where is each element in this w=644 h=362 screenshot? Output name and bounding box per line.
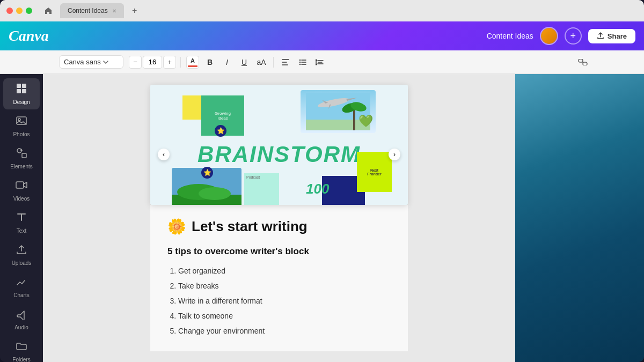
text-icon bbox=[16, 211, 27, 226]
svg-rect-5 bbox=[17, 89, 21, 93]
lime-box-label: NextFrontier bbox=[367, 168, 381, 176]
add-collaborator-button[interactable]: + bbox=[565, 27, 582, 45]
badge-star-1: ⭐ bbox=[215, 125, 226, 137]
sidebar-videos-label: Videos bbox=[13, 196, 30, 202]
tab-label: Content Ideas bbox=[68, 7, 108, 14]
sidebar-item-design[interactable]: Design bbox=[3, 78, 40, 109]
sidebar: Design Photos bbox=[0, 74, 43, 362]
sidebar-folders-label: Folders bbox=[12, 357, 30, 362]
share-icon bbox=[597, 32, 604, 40]
align-button[interactable] bbox=[278, 55, 293, 70]
uploads-icon bbox=[16, 243, 27, 258]
design-canvas[interactable]: GrowingIdeas bbox=[150, 85, 408, 205]
sidebar-text-label: Text bbox=[17, 228, 26, 234]
link-icon bbox=[578, 59, 588, 65]
heading-icon: 🌼 bbox=[167, 218, 186, 235]
sidebar-item-uploads[interactable]: Uploads bbox=[3, 239, 40, 270]
maximize-button[interactable] bbox=[26, 8, 32, 14]
sidebar-item-elements[interactable]: Elements bbox=[3, 143, 40, 174]
svg-rect-10 bbox=[22, 153, 26, 158]
sidebar-item-photos[interactable]: Photos bbox=[3, 110, 40, 142]
mint-rect: Podcast bbox=[244, 173, 279, 205]
share-button[interactable]: Share bbox=[588, 29, 635, 43]
tab-close-icon[interactable]: ✕ bbox=[112, 8, 116, 14]
svg-point-2 bbox=[299, 63, 301, 64]
sidebar-uploads-label: Uploads bbox=[12, 260, 32, 266]
font-family-selector[interactable]: Canva sans bbox=[59, 55, 123, 69]
subheading: 5 tips to overcome writer's block bbox=[167, 246, 391, 257]
brainstorm-title: BRAINSTORM bbox=[197, 142, 361, 167]
svg-rect-6 bbox=[22, 89, 26, 93]
text-content-area: 🌼 Let's start writing 5 tips to overcome… bbox=[150, 205, 408, 351]
sidebar-design-label: Design bbox=[13, 99, 30, 105]
new-tab-button[interactable]: + bbox=[128, 4, 141, 17]
tip-item: Get organized bbox=[178, 263, 391, 278]
tip-item: Take breaks bbox=[178, 278, 391, 293]
avatar-image bbox=[541, 28, 557, 44]
italic-button[interactable]: I bbox=[219, 55, 235, 70]
sidebar-item-videos[interactable]: Videos bbox=[3, 175, 40, 206]
tab-content-ideas[interactable]: Content Ideas ✕ bbox=[60, 3, 124, 18]
sidebar-item-charts[interactable]: Charts bbox=[3, 271, 40, 302]
app-header: Canva Content Ideas + Share bbox=[0, 21, 644, 50]
brainstorm-canvas: GrowingIdeas bbox=[150, 85, 408, 205]
text-color-button[interactable]: A bbox=[185, 55, 200, 70]
line-height-icon bbox=[316, 58, 324, 66]
tip-item: Write in a different format bbox=[178, 293, 391, 308]
minimize-button[interactable] bbox=[16, 8, 23, 14]
svg-rect-3 bbox=[17, 84, 21, 88]
sidebar-item-audio[interactable]: Audio bbox=[3, 304, 40, 335]
right-decorative-panel bbox=[515, 74, 644, 362]
header-title: Content Ideas bbox=[487, 32, 533, 40]
badge-star-2: ⭐ bbox=[201, 167, 213, 179]
next-slide-button[interactable]: › bbox=[389, 149, 400, 160]
lime-rect: NextFrontier bbox=[357, 152, 392, 192]
list-button[interactable] bbox=[295, 55, 310, 70]
sidebar-item-folders[interactable]: Folders bbox=[3, 336, 40, 362]
tip-item: Talk to someone bbox=[178, 308, 391, 323]
tip-item: Change your environment bbox=[178, 323, 391, 338]
folders-icon bbox=[16, 340, 27, 354]
font-family-label: Canva sans bbox=[64, 58, 101, 66]
line-height-button[interactable] bbox=[312, 55, 327, 70]
close-button[interactable] bbox=[6, 8, 13, 14]
link-button[interactable] bbox=[575, 55, 590, 70]
canvas-area[interactable]: GrowingIdeas bbox=[43, 74, 515, 362]
chevron-down-icon bbox=[103, 61, 108, 64]
sidebar-charts-label: Charts bbox=[13, 292, 29, 298]
titlebar: Content Ideas ✕ + bbox=[0, 0, 644, 21]
section-heading: 🌼 Let's start writing bbox=[167, 218, 391, 235]
svg-rect-11 bbox=[16, 182, 24, 188]
canva-logo[interactable]: Canva bbox=[9, 27, 49, 45]
heart-emoji: 💚 bbox=[358, 114, 373, 128]
toolbar-separator-2 bbox=[273, 57, 274, 68]
color-a-label: A bbox=[187, 56, 199, 65]
tips-list: Get organizedTake breaksWrite in a diffe… bbox=[167, 263, 391, 338]
increase-font-size-button[interactable]: + bbox=[163, 56, 176, 69]
underline-button[interactable]: U bbox=[237, 55, 252, 70]
audio-icon bbox=[16, 308, 27, 322]
sidebar-item-text[interactable]: Text bbox=[3, 207, 40, 238]
heading-text: Let's start writing bbox=[192, 218, 308, 235]
hundred-graphic: 100 bbox=[306, 181, 329, 197]
sidebar-elements-label: Elements bbox=[10, 164, 33, 169]
design-card: GrowingIdeas bbox=[150, 85, 408, 205]
sidebar-audio-label: Audio bbox=[14, 324, 28, 330]
align-icon bbox=[281, 58, 290, 66]
elements-icon bbox=[16, 147, 27, 161]
svg-point-1 bbox=[299, 61, 301, 62]
ocean-background bbox=[515, 74, 644, 362]
main-area: Design Photos bbox=[0, 74, 644, 362]
home-icon[interactable] bbox=[41, 3, 56, 18]
toolbar-separator-1 bbox=[180, 57, 181, 68]
charts-icon bbox=[16, 276, 27, 290]
podcast-label: Podcast bbox=[244, 173, 279, 181]
font-size-value[interactable]: 16 bbox=[143, 56, 162, 69]
bold-button[interactable]: B bbox=[202, 55, 217, 70]
decrease-font-size-button[interactable]: − bbox=[129, 56, 142, 69]
text-size-button[interactable]: aA bbox=[254, 55, 269, 70]
formatting-toolbar: Canva sans − 16 + A B I U aA bbox=[0, 50, 644, 74]
prev-slide-button[interactable]: ‹ bbox=[158, 149, 170, 160]
avatar bbox=[540, 27, 558, 45]
color-swatch bbox=[188, 65, 197, 67]
